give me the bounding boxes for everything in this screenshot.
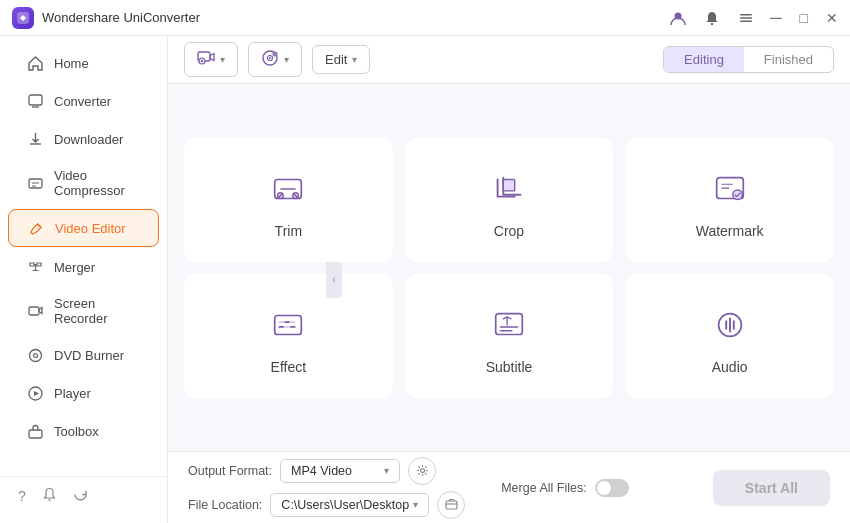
sidebar-collapse-button[interactable]: ‹ xyxy=(326,262,342,298)
app-body: Home Converter Downloader xyxy=(0,36,850,523)
compress-icon xyxy=(26,174,44,192)
watermark-icon xyxy=(708,167,752,211)
merge-all-label: Merge All Files: xyxy=(501,481,586,495)
effect-tool[interactable]: Effect xyxy=(184,274,393,398)
window-controls[interactable]: ─ □ ✕ xyxy=(770,9,838,27)
svg-point-10 xyxy=(33,353,37,357)
sidebar-item-screen-recorder[interactable]: Screen Recorder xyxy=(8,287,159,335)
add-media-chevron: ▾ xyxy=(284,54,289,65)
output-format-select[interactable]: MP4 Video ▾ xyxy=(280,459,400,483)
tab-group: Editing Finished xyxy=(663,46,834,73)
add-media-button[interactable]: ▾ xyxy=(248,42,302,77)
subtitle-tool[interactable]: Subtitle xyxy=(405,274,614,398)
tools-grid: Trim Crop xyxy=(184,138,834,398)
footer-bar: Output Format: MP4 Video ▾ xyxy=(168,451,850,523)
sidebar-item-downloader[interactable]: Downloader xyxy=(8,121,159,157)
add-media-icon xyxy=(261,49,279,70)
svg-point-13 xyxy=(48,499,50,501)
sidebar-item-toolbox[interactable]: Toolbox xyxy=(8,413,159,449)
merge-icon xyxy=(26,258,44,276)
sidebar-item-home[interactable]: Home xyxy=(8,45,159,81)
edit-dropdown[interactable]: Edit ▾ xyxy=(312,45,370,74)
maximize-button[interactable]: □ xyxy=(800,10,808,26)
player-icon xyxy=(26,384,44,402)
file-location-select[interactable]: C:\Users\User\Desktop ▾ xyxy=(270,493,429,517)
svg-rect-6 xyxy=(29,95,42,105)
content-area: ▾ ▾ Edit ▾ xyxy=(168,36,850,523)
help-icon[interactable]: ? xyxy=(18,488,26,504)
svg-point-9 xyxy=(29,349,41,361)
trim-label: Trim xyxy=(275,223,302,239)
toolbox-icon xyxy=(26,422,44,440)
audio-tool[interactable]: Audio xyxy=(625,274,834,398)
file-location-row: File Location: C:\Users\User\Desktop ▾ xyxy=(188,491,465,519)
notification-icon[interactable] xyxy=(42,487,57,505)
svg-rect-8 xyxy=(29,307,39,315)
output-format-row: Output Format: MP4 Video ▾ xyxy=(188,457,465,485)
start-all-button[interactable]: Start All xyxy=(713,470,830,506)
svg-rect-3 xyxy=(740,14,752,16)
profile-icon[interactable] xyxy=(668,8,688,28)
sidebar-item-video-compressor[interactable]: Video Compressor xyxy=(8,159,159,207)
sidebar: Home Converter Downloader xyxy=(0,36,168,523)
svg-point-2 xyxy=(711,22,713,24)
app-title: Wondershare UniConverter xyxy=(42,10,668,25)
title-bar: Wondershare UniConverter ─ □ ✕ xyxy=(0,0,850,36)
tab-finished[interactable]: Finished xyxy=(744,47,833,72)
merge-group: Merge All Files: xyxy=(501,479,628,497)
trim-icon xyxy=(266,167,310,211)
svg-rect-23 xyxy=(503,179,514,190)
converter-icon xyxy=(26,92,44,110)
svg-rect-12 xyxy=(29,430,42,438)
svg-rect-26 xyxy=(275,315,302,334)
record-icon xyxy=(26,302,44,320)
subtitle-icon xyxy=(487,303,531,347)
effect-icon xyxy=(266,303,310,347)
audio-icon xyxy=(708,303,752,347)
editor-area: Trim Crop xyxy=(168,84,850,451)
footer-fields: Output Format: MP4 Video ▾ xyxy=(188,457,465,519)
add-video-button[interactable]: ▾ xyxy=(184,42,238,77)
title-bar-controls: ─ □ ✕ xyxy=(668,8,838,28)
add-video-chevron: ▾ xyxy=(220,54,225,65)
output-format-chevron: ▾ xyxy=(384,465,389,476)
bell-icon[interactable] xyxy=(702,8,722,28)
file-location-label: File Location: xyxy=(188,498,262,512)
menu-icon[interactable] xyxy=(736,8,756,28)
app-logo xyxy=(12,7,34,29)
sidebar-item-merger[interactable]: Merger xyxy=(8,249,159,285)
svg-point-25 xyxy=(733,189,743,199)
minimize-button[interactable]: ─ xyxy=(770,9,781,27)
file-location-browse-button[interactable] xyxy=(437,491,465,519)
dvd-icon xyxy=(26,346,44,364)
close-button[interactable]: ✕ xyxy=(826,10,838,26)
sidebar-item-player[interactable]: Player xyxy=(8,375,159,411)
svg-rect-5 xyxy=(740,20,752,22)
edit-dropdown-chevron: ▾ xyxy=(352,54,357,65)
watermark-tool[interactable]: Watermark xyxy=(625,138,834,262)
sidebar-item-dvd-burner[interactable]: DVD Burner xyxy=(8,337,159,373)
output-format-settings-button[interactable] xyxy=(408,457,436,485)
svg-rect-4 xyxy=(740,17,752,19)
crop-tool[interactable]: Crop xyxy=(405,138,614,262)
add-video-icon xyxy=(197,49,215,70)
toolbar: ▾ ▾ Edit ▾ xyxy=(168,36,850,84)
svg-rect-30 xyxy=(446,501,457,509)
trim-tool[interactable]: Trim xyxy=(184,138,393,262)
file-location-chevron: ▾ xyxy=(413,499,418,510)
sidebar-bottom: ? xyxy=(0,476,167,515)
sidebar-item-video-editor[interactable]: Video Editor xyxy=(8,209,159,247)
refresh-icon[interactable] xyxy=(73,487,88,505)
tab-editing[interactable]: Editing xyxy=(664,47,744,72)
crop-label: Crop xyxy=(494,223,524,239)
crop-icon xyxy=(487,167,531,211)
home-icon xyxy=(26,54,44,72)
output-format-label: Output Format: xyxy=(188,464,272,478)
sidebar-item-converter[interactable]: Converter xyxy=(8,83,159,119)
svg-point-18 xyxy=(269,57,271,59)
svg-point-29 xyxy=(420,469,424,473)
effect-label: Effect xyxy=(271,359,307,375)
merge-all-toggle[interactable] xyxy=(595,479,629,497)
file-location-value: C:\Users\User\Desktop xyxy=(281,498,409,512)
output-format-value: MP4 Video xyxy=(291,464,352,478)
